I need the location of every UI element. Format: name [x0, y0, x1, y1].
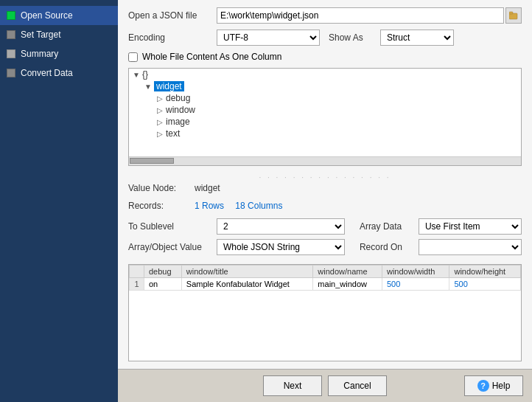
tree-item-window[interactable]: ▷ window	[129, 104, 521, 116]
array-object-label: Array/Object Value	[128, 242, 217, 252]
help-button[interactable]: ? Help	[464, 375, 523, 396]
cell-window-width: 500	[382, 277, 449, 290]
col-header-window-height: window/height	[449, 265, 521, 277]
sidebar-item-label-set-target: Set Target	[21, 30, 60, 40]
sidebar-item-set-target[interactable]: Set Target	[0, 25, 118, 44]
show-as-label: Show As	[329, 32, 380, 43]
tree-item-debug[interactable]: ▷ debug	[129, 92, 521, 104]
encoding-label: Encoding	[128, 32, 217, 43]
tree-hscrollbar[interactable]	[129, 156, 521, 165]
tree-item-root[interactable]: ▼ {}	[129, 69, 521, 80]
bottom-bar: Next Cancel ? Help	[118, 369, 532, 402]
col-header-rownum	[130, 265, 144, 277]
col-header-window-name: window/name	[313, 265, 382, 277]
to-sublevel-label: To Sublevel	[128, 221, 217, 232]
bottom-buttons-container: Next Cancel ? Help	[127, 375, 523, 396]
records-spacer	[228, 201, 231, 211]
sidebar: Open Source Set Target Summary Convert D…	[0, 0, 118, 402]
data-table-container[interactable]: debug window/title window/name window/wi…	[128, 264, 522, 362]
value-node-row: Value Node: widget	[128, 183, 220, 193]
cancel-button[interactable]: Cancel	[328, 375, 387, 396]
table-row[interactable]: 1 on Sample Konfabulator Widget main_win…	[130, 277, 521, 290]
whole-file-checkbox[interactable]	[128, 52, 138, 62]
sidebar-item-label-summary: Summary	[21, 49, 58, 59]
records-value: 1 Rows	[195, 201, 224, 211]
cell-window-name: main_window	[313, 277, 382, 290]
convert-data-icon	[6, 68, 16, 78]
table-header-row: debug window/title window/name window/wi…	[130, 265, 521, 277]
set-target-icon	[6, 30, 16, 40]
tree-toggle-debug[interactable]: ▷	[155, 94, 164, 103]
encoding-select[interactable]: UTF-8	[217, 30, 320, 46]
open-json-label: Open a JSON file	[128, 10, 217, 21]
help-icon: ?	[477, 380, 489, 392]
columns-value: 18 Columns	[235, 201, 282, 211]
tree-toggle-window[interactable]: ▷	[155, 105, 164, 114]
col-header-window-title: window/title	[181, 265, 313, 277]
col-header-debug: debug	[144, 265, 182, 277]
show-as-select[interactable]: Struct	[380, 30, 454, 46]
tree-container[interactable]: ▼ {} ▼ widget ▷ debug ▷	[128, 68, 522, 166]
encoding-row: Encoding UTF-8 Show As Struct	[128, 30, 522, 46]
to-sublevel-select[interactable]: 2	[217, 218, 345, 235]
summary-icon	[6, 49, 16, 59]
tree-item-widget[interactable]: ▼ widget	[129, 80, 521, 92]
svg-rect-1	[509, 12, 513, 14]
array-object-select[interactable]: Whole JSON String	[217, 239, 345, 255]
col-header-window-width: window/width	[382, 265, 449, 277]
open-source-icon	[6, 10, 16, 21]
json-file-input[interactable]	[217, 7, 504, 24]
cell-window-title: Sample Konfabulator Widget	[181, 277, 313, 290]
content-inner: Open a JSON file Encoding UTF-8 Show As	[118, 0, 532, 369]
folder-icon	[509, 11, 518, 20]
open-json-row: Open a JSON file	[128, 7, 522, 24]
browse-button[interactable]	[505, 7, 522, 24]
array-data-select[interactable]: Use First Item	[419, 218, 522, 235]
tree-toggle-root[interactable]: ▼	[132, 70, 141, 79]
sublevel-row: To Sublevel 2 Array Data Use First Item	[128, 218, 522, 235]
tree-toggle-text[interactable]: ▷	[155, 129, 164, 138]
tree-toggle-widget[interactable]: ▼	[144, 82, 153, 91]
value-node-label: Value Node:	[128, 183, 195, 193]
cell-debug: on	[144, 277, 182, 290]
record-on-label: Record On	[360, 242, 419, 252]
cell-rownum: 1	[130, 277, 144, 290]
sidebar-item-summary[interactable]: Summary	[0, 44, 118, 63]
tree-item-image[interactable]: ▷ image	[129, 116, 521, 128]
data-table: debug window/title window/name window/wi…	[129, 265, 521, 291]
record-on-select[interactable]	[419, 239, 522, 255]
next-button[interactable]: Next	[263, 375, 322, 396]
cell-window-height: 500	[449, 277, 521, 290]
tree-toggle-image[interactable]: ▷	[155, 117, 164, 126]
whole-file-row: Whole File Content As One Column	[128, 52, 522, 62]
content-area: Open a JSON file Encoding UTF-8 Show As	[118, 0, 532, 402]
sidebar-item-label-convert-data: Convert Data	[21, 68, 73, 78]
center-buttons: Next Cancel	[263, 375, 387, 396]
main-container: Open Source Set Target Summary Convert D…	[0, 0, 532, 402]
tree-item-text[interactable]: ▷ text	[129, 128, 521, 139]
whole-file-label: Whole File Content As One Column	[142, 52, 281, 62]
sidebar-item-convert-data[interactable]: Convert Data	[0, 63, 118, 83]
array-object-row: Array/Object Value Whole JSON String Rec…	[128, 239, 522, 255]
records-row: Records: 1 Rows 18 Columns	[128, 201, 282, 211]
records-label: Records:	[128, 201, 195, 211]
tree-hscrollbar-thumb[interactable]	[130, 158, 174, 164]
array-data-label: Array Data	[360, 221, 419, 232]
value-node-value: widget	[195, 183, 220, 193]
sidebar-item-label-open-source: Open Source	[21, 10, 73, 21]
divider-dots: · · · · · · · · · · · · · · · ·	[128, 173, 522, 181]
sidebar-item-open-source[interactable]: Open Source	[0, 6, 118, 25]
